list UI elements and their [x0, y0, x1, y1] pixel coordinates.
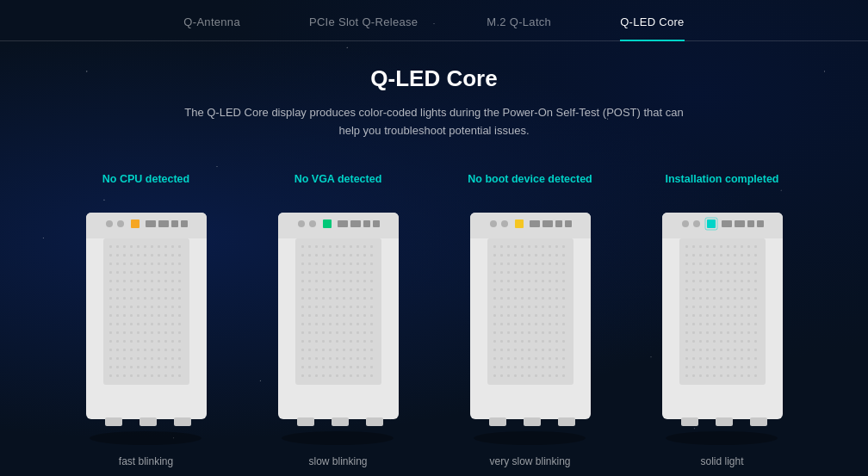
svg-rect-599	[692, 263, 695, 265]
svg-rect-619	[754, 271, 757, 274]
svg-rect-698	[692, 340, 695, 343]
svg-rect-695	[747, 331, 750, 334]
svg-rect-606	[741, 263, 743, 265]
svg-rect-94	[130, 314, 133, 317]
svg-rect-670	[727, 314, 729, 317]
svg-rect-468	[535, 306, 537, 308]
svg-rect-22	[164, 254, 167, 257]
svg-rect-337	[301, 357, 304, 360]
svg-rect-348	[301, 366, 304, 368]
nav-tabs: Q-Antenna PCIe Slot Q-Release M.2 Q-Latc…	[0, 0, 868, 41]
svg-rect-713	[720, 349, 722, 351]
svg-rect-111	[171, 323, 174, 325]
svg-rect-503	[549, 331, 551, 334]
svg-rect-322	[350, 340, 352, 343]
svg-rect-29	[137, 263, 140, 265]
svg-rect-676	[692, 323, 695, 325]
svg-rect-756	[707, 219, 716, 228]
svg-rect-481	[549, 314, 551, 317]
svg-rect-5	[123, 245, 126, 248]
svg-rect-408	[500, 263, 503, 265]
svg-rect-489	[528, 323, 530, 325]
svg-rect-125	[116, 340, 119, 343]
svg-rect-31	[151, 263, 153, 265]
svg-rect-429	[493, 280, 496, 282]
svg-rect-723	[713, 357, 716, 360]
svg-rect-584	[741, 245, 743, 248]
svg-rect-193	[295, 238, 381, 385]
svg-rect-84	[137, 306, 140, 308]
svg-rect-538	[562, 357, 565, 360]
svg-rect-190	[174, 417, 191, 426]
svg-rect-617	[741, 271, 743, 274]
svg-rect-422	[521, 271, 524, 274]
svg-rect-71	[123, 297, 126, 300]
svg-rect-517	[493, 349, 496, 351]
svg-rect-443	[514, 288, 517, 291]
tab-q-led-core[interactable]: Q-LED Core	[620, 15, 685, 40]
svg-rect-86	[151, 306, 153, 308]
svg-rect-321	[343, 340, 345, 343]
svg-rect-331	[336, 349, 338, 351]
svg-rect-180	[86, 226, 207, 238]
svg-rect-448	[549, 288, 551, 291]
svg-rect-92	[116, 314, 119, 317]
svg-rect-394	[555, 245, 558, 248]
svg-rect-275	[329, 306, 332, 308]
tab-q-antenna[interactable]: Q-Antenna	[183, 15, 240, 40]
svg-rect-196	[315, 245, 318, 248]
svg-rect-379	[297, 417, 314, 426]
tab-m2-latch[interactable]: M.2 Q-Latch	[487, 15, 551, 40]
svg-rect-138	[130, 349, 133, 351]
svg-rect-109	[158, 323, 160, 325]
svg-rect-351	[322, 366, 325, 368]
svg-rect-569	[565, 220, 572, 227]
svg-rect-590	[706, 254, 709, 257]
tab-pcie-slot[interactable]: PCIe Slot Q-Release	[309, 15, 418, 40]
svg-rect-288	[343, 314, 345, 317]
svg-rect-286	[329, 314, 332, 317]
svg-rect-588	[692, 254, 695, 257]
svg-rect-258	[363, 288, 366, 291]
page-description: The Q-LED Core display produces color-co…	[176, 104, 692, 140]
svg-rect-514	[549, 340, 551, 343]
svg-rect-566	[530, 220, 540, 227]
svg-rect-556	[535, 374, 537, 377]
svg-rect-529	[500, 357, 503, 360]
svg-rect-245	[350, 280, 352, 282]
svg-rect-697	[685, 340, 688, 343]
svg-rect-49	[123, 280, 126, 282]
svg-rect-691	[720, 331, 722, 334]
svg-rect-465	[514, 306, 517, 308]
svg-rect-716	[741, 349, 743, 351]
svg-rect-526	[555, 349, 558, 351]
svg-rect-665	[692, 314, 695, 317]
svg-rect-682	[734, 323, 736, 325]
svg-rect-392	[542, 245, 544, 248]
svg-rect-262	[315, 297, 318, 300]
svg-rect-103	[116, 323, 119, 325]
svg-rect-356	[356, 366, 359, 368]
svg-rect-52	[144, 280, 146, 282]
svg-rect-3	[109, 245, 112, 248]
svg-rect-562	[470, 226, 591, 238]
svg-rect-677	[699, 323, 702, 325]
svg-rect-200	[343, 245, 345, 248]
svg-rect-711	[706, 349, 709, 351]
svg-rect-612	[706, 271, 709, 274]
svg-rect-311	[350, 331, 352, 334]
svg-rect-62	[137, 288, 140, 291]
svg-rect-558	[549, 374, 551, 377]
svg-rect-369	[370, 374, 373, 377]
svg-rect-543	[521, 366, 524, 368]
svg-rect-296	[322, 323, 325, 325]
svg-rect-401	[528, 254, 530, 257]
svg-rect-64	[151, 288, 153, 291]
svg-rect-70	[116, 297, 119, 300]
svg-rect-385	[493, 245, 496, 248]
svg-rect-499	[521, 331, 524, 334]
svg-rect-596	[747, 254, 750, 257]
svg-rect-14	[109, 254, 112, 257]
svg-rect-40	[137, 271, 140, 274]
svg-rect-89	[171, 306, 174, 308]
